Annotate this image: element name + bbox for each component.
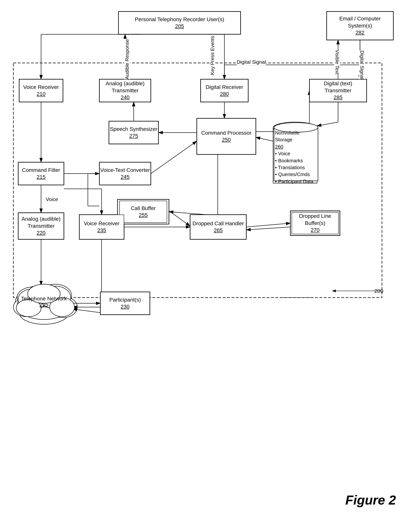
storage-items: • Voice • Bookmarks • Translations • Que… (275, 150, 313, 185)
digital-text-transmitter-285-number: 285 (334, 94, 343, 101)
dropped-call-handler-265-box: Dropped Call Handler 265 (190, 215, 246, 239)
email-computer-label: Email / Computer System(s) (327, 15, 393, 29)
digital-text-transmitter-285-label: Digital (text) Transmitter (310, 80, 366, 94)
dropped-line-buffer-270-label: Dropped Line Buffer(s) (292, 213, 338, 227)
digital-signal-label-2: Digital Signal (359, 51, 365, 80)
system-200-label: 200 (374, 288, 383, 294)
figure-2-label: Figure 2 (346, 493, 396, 507)
voice-text-converter-245-number: 245 (121, 174, 130, 180)
telephone-network-cloud: Telephone Network 225 (13, 278, 74, 322)
personal-telephony-box: Personal Telephony Recorder User(s) 205 (119, 11, 241, 34)
email-computer-number: 282 (356, 29, 365, 36)
voice-label: Voice (46, 197, 58, 202)
visible-text-label: Visible Text (334, 50, 340, 75)
svg-line-65 (246, 227, 290, 230)
dropped-call-handler-265-label: Dropped Call Handler (193, 220, 244, 227)
digital-receiver-280-box: Digital Receiver 280 (200, 79, 248, 102)
analog-transmitter-240-label: Analog (audible) Transmitter (100, 80, 150, 94)
storage-number: 260 (275, 143, 313, 150)
dropped-line-buffer-270-box: Dropped Line Buffer(s) 270 (292, 212, 339, 234)
command-processor-250-number: 250 (222, 136, 231, 143)
dropped-call-handler-265-number: 265 (214, 227, 223, 234)
email-computer-box: Email / Computer System(s) 282 (326, 11, 393, 40)
voice-receiver-210-number: 210 (37, 91, 46, 97)
call-buffer-255-label: Call Buffer (131, 205, 156, 212)
analog-transmitter-220-box: Analog (audible) Transmitter 220 (18, 213, 64, 239)
speech-synthesizer-275-number: 275 (129, 133, 138, 139)
command-processor-250-label: Command Processor (201, 130, 252, 136)
key-press-label: Key Press Events (209, 36, 216, 75)
command-processor-250-box: Command Processor 250 (197, 118, 256, 154)
svg-line-58 (73, 309, 102, 313)
audible-response-label: Audible Response (124, 39, 130, 79)
command-filter-215-box: Command Filter 215 (18, 162, 64, 185)
participants-230-number: 230 (121, 303, 130, 310)
call-buffer-255-number: 255 (139, 212, 148, 218)
speech-synthesizer-275-label: Speech Synthesizer (110, 126, 157, 133)
analog-transmitter-240-number: 240 (121, 94, 130, 101)
analog-transmitter-220-number: 220 (37, 229, 46, 236)
nonvolatile-storage-content: NonvolatileStorage 260 • Voice • Bookmar… (275, 129, 313, 185)
participants-230-box: Participant(s) 230 (100, 292, 150, 315)
call-buffer-255-box: Call Buffer 255 (119, 201, 167, 223)
voice-receiver-210-label: Voice Receiver (23, 84, 59, 91)
participants-230-label: Participant(s) (109, 296, 141, 303)
speech-synthesizer-275-box: Speech Synthesizer 275 (109, 121, 158, 144)
command-filter-215-number: 215 (37, 174, 46, 180)
voice-receiver-235-number: 235 (97, 227, 106, 234)
nonvolatile-storage-cylinder: NonvolatileStorage 260 • Voice • Bookmar… (273, 122, 319, 183)
personal-telephony-label: Personal Telephony Recorder User(s) (135, 16, 224, 23)
telephone-network-label: Telephone Network 225 (13, 296, 74, 308)
digital-signal-label-1: Digital Signal (237, 59, 266, 65)
dropped-line-buffer-270-number: 270 (311, 227, 320, 233)
voice-text-converter-245-label: Voice-Text Converter (100, 167, 150, 174)
digital-text-transmitter-285-box: Digital (text) Transmitter 285 (309, 79, 367, 102)
svg-line-52 (169, 211, 190, 226)
voice-receiver-235-label: Voice Receiver (84, 220, 119, 227)
svg-line-47 (151, 141, 197, 174)
command-filter-215-label: Command Filter (22, 167, 60, 174)
digital-receiver-280-number: 280 (220, 91, 229, 97)
svg-line-64 (246, 223, 290, 227)
digital-receiver-280-label: Digital Receiver (206, 84, 243, 91)
analog-transmitter-220-label: Analog (audible) Transmitter (19, 216, 64, 229)
svg-line-61 (256, 137, 273, 141)
storage-label: NonvolatileStorage (275, 129, 313, 143)
voice-text-converter-245-box: Voice-Text Converter 245 (99, 162, 151, 185)
svg-line-63 (317, 122, 338, 126)
analog-transmitter-240-box: Analog (audible) Transmitter 240 (99, 79, 151, 102)
personal-telephony-number: 205 (175, 23, 184, 30)
voice-receiver-210-box: Voice Receiver 210 (19, 79, 63, 102)
voice-receiver-235-box: Voice Receiver 235 (79, 215, 124, 239)
